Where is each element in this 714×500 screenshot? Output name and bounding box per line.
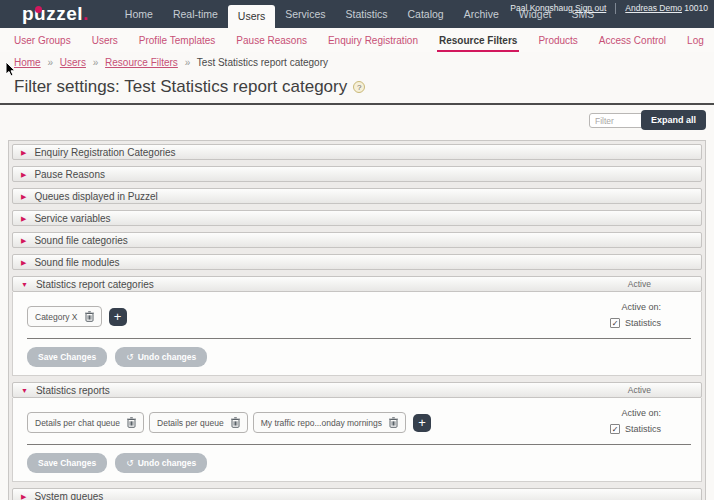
subnav-item-log[interactable]: Log <box>687 35 704 46</box>
breadcrumb-separator: » <box>93 57 99 68</box>
undo-icon: ↺ <box>126 458 134 468</box>
category-item-label: Category X <box>35 312 78 322</box>
logo-text: p <box>22 3 34 24</box>
account-name-link[interactable]: Andreas Demo <box>625 3 682 13</box>
report-item-label: My traffic repo...onday mornings <box>261 418 382 428</box>
report-item[interactable]: Details per chat queue <box>27 412 144 433</box>
user-panel: Paal Kongshaug Sign out Andreas Demo 100… <box>510 3 708 14</box>
expanded-triangle-icon: ▼ <box>21 281 28 288</box>
section-system-queues: ▶ System queues <box>12 488 702 500</box>
save-changes-button[interactable]: Save Changes <box>27 347 107 367</box>
account-info: Andreas Demo 10010 <box>625 3 708 14</box>
nav-item-home[interactable]: Home <box>115 0 163 28</box>
breadcrumb-link-home[interactable]: Home <box>14 57 41 68</box>
report-item-label: Details per chat queue <box>35 418 120 428</box>
subnav-item-user-groups[interactable]: User Groups <box>14 35 71 46</box>
add-category-button[interactable]: + <box>109 308 127 326</box>
active-on-panel: Active on: ✓ Statistics <box>610 404 661 434</box>
breadcrumb-separator: » <box>47 57 53 68</box>
nav-item-archive[interactable]: Archive <box>454 0 509 28</box>
sub-nav: User Groups Users Profile Templates Paus… <box>0 28 714 52</box>
section-title: Queues displayed in Puzzel <box>34 191 157 202</box>
add-report-button[interactable]: + <box>413 414 431 432</box>
report-list: Details per chat queue Details per queue… <box>19 404 431 437</box>
filter-input[interactable] <box>589 113 644 128</box>
undo-changes-label: Undo changes <box>138 352 197 362</box>
section-header[interactable]: ▶ Sound file modules <box>12 254 702 270</box>
section-divider <box>27 338 691 339</box>
nav-item-users[interactable]: Users <box>228 5 275 28</box>
category-list: Category X + <box>19 298 127 331</box>
active-column-label: Active <box>628 385 651 395</box>
collapsed-triangle-icon: ▶ <box>21 215 26 222</box>
nav-item-catalog[interactable]: Catalog <box>398 0 454 28</box>
section-header[interactable]: ▼ Statistics reports Active <box>12 382 702 398</box>
section-body: Category X + Active on: ✓ Statistics <box>12 292 702 376</box>
active-on-label: Active on: <box>610 302 661 312</box>
help-icon[interactable]: ? <box>353 81 365 93</box>
collapsed-triangle-icon: ▶ <box>21 259 26 266</box>
subnav-item-profile-templates[interactable]: Profile Templates <box>139 35 216 46</box>
sign-out-link[interactable]: Sign out <box>575 3 606 13</box>
top-bar: puzzel. Home Real-time Users Services St… <box>0 0 714 28</box>
statistics-checkbox[interactable]: ✓ <box>610 318 620 328</box>
save-changes-button[interactable]: Save Changes <box>27 453 107 473</box>
subnav-item-users[interactable]: Users <box>92 35 118 46</box>
section-statistics-report-categories: ▼ Statistics report categories Active Ca… <box>12 276 702 376</box>
nav-item-real-time[interactable]: Real-time <box>163 0 228 28</box>
account-id: 10010 <box>684 3 708 13</box>
undo-changes-label: Undo changes <box>138 458 197 468</box>
expanded-triangle-icon: ▼ <box>21 387 28 394</box>
statistics-checkbox-label: Statistics <box>625 424 661 434</box>
expand-all-button[interactable]: Expand all <box>641 110 706 130</box>
breadcrumb-link-users[interactable]: Users <box>60 57 86 68</box>
nav-item-statistics[interactable]: Statistics <box>336 0 398 28</box>
subnav-item-resource-filters[interactable]: Resource Filters <box>439 35 517 46</box>
section-enquiry-registration-categories: ▶ Enquiry Registration Categories <box>12 144 702 160</box>
user-name: Paal Kongshaug <box>510 3 572 13</box>
section-sound-file-categories: ▶ Sound file categories <box>12 232 702 248</box>
section-header[interactable]: ▶ System queues <box>12 488 702 500</box>
category-item[interactable]: Category X <box>27 306 102 327</box>
logo-dot-icon: . <box>83 3 89 24</box>
section-queues-displayed-in-puzzel: ▶ Queues displayed in Puzzel <box>12 188 702 204</box>
subnav-item-pause-reasons[interactable]: Pause Reasons <box>236 35 307 46</box>
section-title: System queues <box>34 491 103 500</box>
nav-item-services[interactable]: Services <box>275 0 335 28</box>
undo-changes-button[interactable]: ↺ Undo changes <box>115 347 207 367</box>
subnav-item-products[interactable]: Products <box>538 35 577 46</box>
collapsed-triangle-icon: ▶ <box>21 237 26 244</box>
subnav-item-access-control[interactable]: Access Control <box>599 35 666 46</box>
section-title: Statistics report categories <box>36 279 154 290</box>
section-header[interactable]: ▶ Queues displayed in Puzzel <box>12 188 702 204</box>
section-statistics-reports: ▼ Statistics reports Active Details per … <box>12 382 702 482</box>
section-header[interactable]: ▶ Service variables <box>12 210 702 226</box>
report-item-label: Details per queue <box>157 418 224 428</box>
statistics-checkbox-label: Statistics <box>625 318 661 328</box>
statistics-checkbox[interactable]: ✓ <box>610 424 620 434</box>
user-panel-divider <box>615 3 616 14</box>
breadcrumb-current: Test Statistics report category <box>197 57 328 68</box>
puzzel-logo[interactable]: puzzel. <box>0 0 89 28</box>
active-on-label: Active on: <box>610 408 661 418</box>
report-item[interactable]: Details per queue <box>149 412 248 433</box>
section-header[interactable]: ▶ Sound file categories <box>12 232 702 248</box>
undo-changes-button[interactable]: ↺ Undo changes <box>115 453 207 473</box>
section-header[interactable]: ▼ Statistics report categories Active <box>12 276 702 292</box>
statistics-checkbox-row[interactable]: ✓ Statistics <box>610 424 661 434</box>
trash-icon[interactable] <box>85 311 94 322</box>
active-on-panel: Active on: ✓ Statistics <box>610 298 661 328</box>
breadcrumb-link-resource-filters[interactable]: Resource Filters <box>105 57 178 68</box>
trash-icon[interactable] <box>231 417 240 428</box>
trash-icon[interactable] <box>127 417 136 428</box>
user-info: Paal Kongshaug Sign out <box>510 3 606 14</box>
filter-accordion: ▶ Enquiry Registration Categories ▶ Paus… <box>8 140 706 500</box>
statistics-checkbox-row[interactable]: ✓ Statistics <box>610 318 661 328</box>
section-header[interactable]: ▶ Pause Reasons <box>12 166 702 182</box>
report-item[interactable]: My traffic repo...onday mornings <box>253 412 406 433</box>
section-title: Sound file categories <box>34 235 127 246</box>
trash-icon[interactable] <box>389 417 398 428</box>
section-header[interactable]: ▶ Enquiry Registration Categories <box>12 144 702 160</box>
active-column-label: Active <box>628 279 651 289</box>
subnav-item-enquiry-registration[interactable]: Enquiry Registration <box>328 35 418 46</box>
